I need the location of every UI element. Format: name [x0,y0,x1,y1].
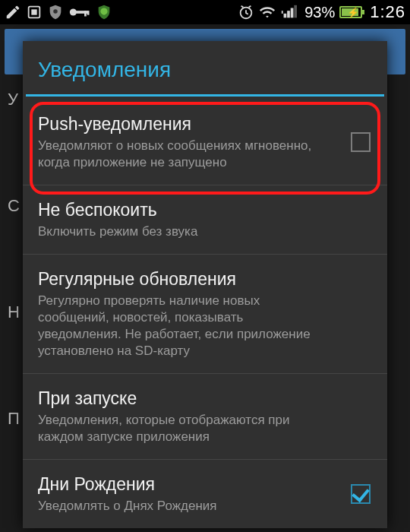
edit-icon [5,4,21,21]
key-icon [68,4,91,21]
svg-rect-5 [84,11,87,16]
signal-icon [280,4,300,21]
shield-icon [47,4,64,21]
svg-point-2 [53,9,58,13]
settings-row[interactable]: Дни РожденияУведомлять о Днях Рождения [23,460,387,528]
svg-rect-8 [282,11,283,14]
settings-row-subtitle: Уведомления, которые отображаются при ка… [38,412,319,445]
svg-rect-10 [287,11,290,17]
settings-row-title: При запуске [38,388,372,409]
settings-row-subtitle: Уведомляют о новых сообщениях мгновенно,… [38,138,319,171]
battery-icon: ⚡ [339,6,362,18]
settings-row-subtitle: Включить режим без звука [38,223,319,240]
alarm-icon [238,4,254,21]
svg-rect-9 [284,14,287,18]
svg-rect-11 [291,8,294,18]
dialog-divider [26,94,384,97]
svg-point-3 [70,8,77,15]
settings-row[interactable]: Push-уведомленияУведомляют о новых сообщ… [23,100,387,185]
svg-rect-4 [76,11,88,14]
svg-rect-6 [87,11,90,14]
checkbox[interactable] [351,484,371,504]
settings-row-subtitle: Регулярно проверять наличие новых сообще… [38,293,319,359]
notifications-dialog: Уведомления Push-уведомленияУведомляют о… [23,41,387,528]
sim-icon [26,4,43,21]
status-bar: 93% ⚡ 1:26 [0,0,410,24]
settings-row-title: Регулярные обновления [38,268,372,290]
settings-row[interactable]: Не беспокоитьВключить режим без звука [23,185,387,255]
battery-percent: 93% [304,4,335,21]
settings-row-subtitle: Уведомлять о Днях Рождения [38,498,319,515]
antivirus-icon [96,4,112,21]
settings-row[interactable]: Регулярные обновленияРегулярно проверять… [23,255,387,374]
checkbox[interactable] [351,132,371,152]
svg-rect-12 [294,5,297,18]
settings-row-title: Push-уведомления [38,113,372,135]
clock: 1:26 [370,2,405,22]
wifi-icon [259,4,276,21]
settings-row[interactable]: При запускеУведомления, которые отобража… [23,374,387,460]
settings-row-title: Не беспокоить [38,199,372,220]
dialog-title: Уведомления [23,41,387,94]
settings-row-title: Дни Рождения [38,473,372,495]
svg-rect-1 [31,9,36,14]
